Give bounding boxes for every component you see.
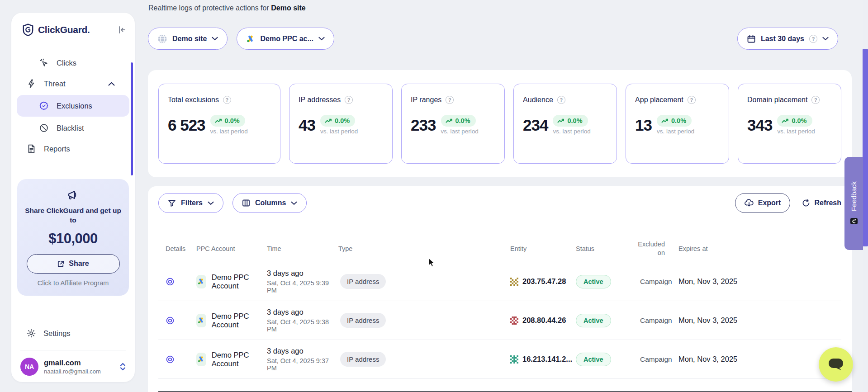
trend-up-icon	[661, 118, 669, 123]
chevron-down-icon	[318, 37, 325, 41]
sidebar-collapse-icon[interactable]	[118, 25, 127, 34]
identicon	[510, 355, 518, 364]
promo-message: Share ClickGuard and get up to	[24, 206, 123, 225]
help-icon[interactable]: ?	[223, 96, 231, 104]
site-selector[interactable]: Demo site	[148, 28, 228, 50]
stat-card-app-placement: App placement? 13 0.0% vs. last period	[626, 84, 729, 164]
cloud-download-icon	[745, 199, 754, 207]
sidebar-item-exclusions[interactable]: Exclusions	[17, 95, 129, 117]
col-header-details[interactable]: Details	[158, 245, 189, 252]
stat-trend-block: 0.0% vs. last period	[553, 115, 590, 135]
sidebar: ClickGuard. Clicks Threat	[11, 13, 135, 382]
table-row: Demo PPC Account 3 days ago Sat, Oct 4, …	[158, 262, 841, 301]
ppc-account-name: Demo PPC Account	[212, 351, 260, 368]
trend-up-icon	[215, 118, 222, 123]
excluded-on-cell: Campaign	[633, 316, 671, 325]
date-range-value: Last 30 days	[761, 35, 804, 43]
stat-card-total-exclusions: Total exclusions? 6 523 0.0% vs. last pe…	[158, 84, 280, 164]
refresh-icon	[802, 199, 810, 207]
help-icon[interactable]: ?	[811, 96, 820, 104]
expires-at-cell: Mon, Nov 3, 2025	[671, 316, 841, 325]
details-eye-icon[interactable]	[158, 316, 189, 325]
export-button[interactable]: Export	[735, 193, 791, 213]
type-badge: IP address	[340, 313, 386, 328]
table-row-partial: 3 days ago	[158, 379, 841, 392]
columns-button[interactable]: Columns	[232, 193, 307, 213]
col-header-entity[interactable]: Entity	[503, 245, 569, 252]
refresh-button-label: Refresh	[814, 199, 841, 207]
help-icon[interactable]: ?	[345, 96, 353, 104]
type-cell: IP address	[331, 313, 503, 328]
col-header-ppc-account[interactable]: PPC Account	[189, 245, 260, 252]
exclusions-table-panel: Filters Columns	[148, 186, 852, 392]
expires-at-cell: Mon, Nov 3, 2025	[671, 355, 841, 364]
chat-bubble-icon	[828, 357, 844, 372]
google-ads-icon	[246, 34, 255, 43]
details-eye-icon[interactable]	[158, 277, 189, 286]
sidebar-nav: Clicks Threat Exclusions	[11, 52, 135, 159]
col-header-type[interactable]: Type	[331, 245, 503, 252]
type-cell: IP address	[331, 352, 503, 367]
date-range-selector[interactable]: Last 30 days ?	[737, 28, 838, 50]
chat-launcher-button[interactable]	[819, 347, 853, 382]
chevron-updown-icon	[120, 363, 126, 371]
trend-up-icon	[325, 118, 332, 123]
sidebar-scrollbar[interactable]	[131, 62, 133, 175]
site-selector-value: Demo site	[172, 35, 207, 43]
entity-value: 203.75.47.28	[522, 277, 566, 286]
help-icon[interactable]: ?	[557, 96, 565, 104]
feedback-chat-icon	[850, 217, 858, 226]
ppc-account-selector[interactable]: Demo PPC ac...	[237, 28, 334, 50]
sidebar-item-settings[interactable]: Settings	[11, 324, 135, 343]
time-full: Sat, Oct 4, 2025 9:38 PM	[267, 318, 331, 333]
sidebar-item-blacklist[interactable]: Blacklist	[11, 118, 135, 138]
entity-value: 208.80.44.26	[522, 316, 566, 325]
col-header-expires-at[interactable]: Expires at	[671, 245, 841, 252]
stat-value: 43	[299, 117, 315, 133]
sidebar-item-reports[interactable]: Reports	[11, 138, 135, 159]
type-badge: IP address	[340, 352, 386, 367]
stat-trend-block: 0.0% vs. last period	[777, 115, 815, 135]
sidebar-item-label: Threat	[44, 80, 66, 88]
toolbar-right: Export Refresh	[735, 193, 841, 213]
ppc-account-cell: Demo PPC Account	[189, 351, 260, 368]
stat-label: IP ranges	[411, 96, 441, 104]
external-link-icon	[57, 260, 65, 268]
status-badge: Active	[576, 314, 611, 327]
type-badge: IP address	[340, 274, 386, 289]
details-eye-icon[interactable]	[158, 355, 189, 364]
trend-caption: vs. last period	[210, 128, 248, 135]
stat-label: Audience	[523, 96, 553, 104]
col-header-status[interactable]: Status	[569, 245, 633, 252]
affiliate-link[interactable]: Click to Affiliate Program	[24, 279, 123, 287]
sidebar-item-label: Clicks	[57, 59, 76, 67]
excluded-on-cell: Campaign	[633, 278, 671, 286]
trend-up-icon	[557, 118, 564, 123]
help-icon[interactable]: ?	[688, 96, 696, 104]
subtitle-site-name: Demo site	[271, 4, 305, 12]
columns-icon	[242, 199, 250, 207]
time-relative: 3 days ago	[267, 269, 331, 278]
time-relative: 3 days ago	[267, 347, 331, 355]
col-header-excluded-on[interactable]: Excluded on	[633, 240, 671, 257]
feedback-tab[interactable]: Feedback	[844, 157, 863, 250]
account-info: gmail.com naatali.ro@gmail.com	[44, 359, 101, 375]
globe-icon	[157, 34, 167, 44]
funnel-icon	[168, 199, 176, 207]
sidebar-item-threat[interactable]: Threat	[11, 73, 135, 94]
clickguard-app: { "brand": { "name": "ClickGuard." }, "s…	[0, 0, 868, 392]
sidebar-item-clicks[interactable]: Clicks	[11, 52, 135, 73]
type-cell: IP address	[331, 274, 503, 289]
share-button-label: Share	[69, 260, 89, 268]
status-badge: Active	[576, 353, 611, 366]
account-switcher[interactable]: NA gmail.com naatali.ro@gmail.com	[11, 350, 135, 376]
refresh-button[interactable]: Refresh	[802, 199, 841, 207]
page-scrollbar-thumb[interactable]	[863, 49, 868, 246]
filters-button[interactable]: Filters	[158, 193, 223, 213]
status-cell: Active	[569, 353, 633, 366]
brand-name: ClickGuard.	[38, 24, 90, 35]
help-icon[interactable]: ?	[446, 96, 454, 104]
share-button[interactable]: Share	[27, 254, 120, 274]
col-header-time[interactable]: Time	[260, 245, 331, 252]
stat-label: Total exclusions	[168, 96, 219, 104]
